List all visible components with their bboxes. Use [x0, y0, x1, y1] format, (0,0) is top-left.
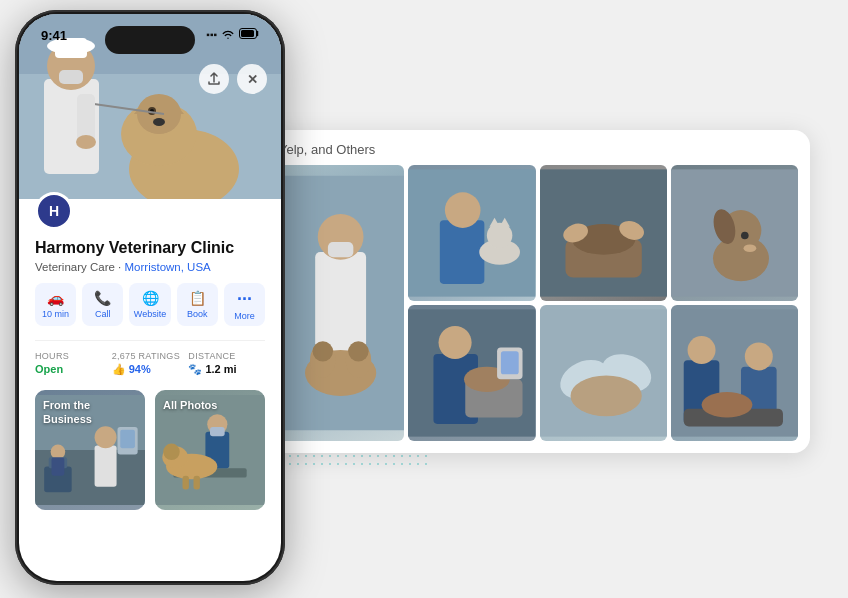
- svg-rect-80: [183, 476, 189, 490]
- photo-cell-5[interactable]: [408, 305, 535, 441]
- status-icons: ▪▪▪: [206, 28, 259, 41]
- svg-rect-67: [52, 457, 65, 475]
- svg-rect-53: [59, 70, 83, 84]
- svg-rect-68: [95, 445, 117, 486]
- svg-rect-10: [440, 220, 485, 284]
- photo-cards: From theBusiness: [19, 390, 281, 526]
- svg-point-59: [153, 118, 165, 126]
- svg-point-37: [570, 376, 641, 417]
- from-business-label: From theBusiness: [43, 398, 92, 427]
- car-icon: 🚗: [47, 290, 64, 306]
- call-label: Call: [95, 309, 111, 319]
- location-link[interactable]: Morristown, USA: [125, 261, 211, 273]
- svg-point-44: [701, 392, 752, 417]
- photo-grid-title: Yelp, and Others: [277, 142, 798, 157]
- distance-label: DISTANCE: [188, 351, 265, 361]
- signal-icon: ▪▪▪: [206, 29, 217, 40]
- call-button[interactable]: 📞 Call: [82, 283, 123, 326]
- hours-value: Open: [35, 363, 112, 375]
- photo-cell-6[interactable]: [540, 305, 667, 441]
- exam-illustration: [540, 165, 667, 301]
- hours-stat: HOURS Open: [35, 351, 112, 376]
- phone-icon: 📞: [94, 290, 111, 306]
- close-button[interactable]: ✕: [237, 64, 267, 94]
- photo-cell-4[interactable]: [671, 165, 798, 301]
- hero-overlay-buttons: ✕: [199, 64, 267, 94]
- ratings-stat: 2,675 RATINGS 👍 94%: [112, 351, 189, 376]
- directions-label: 10 min: [42, 309, 69, 319]
- ratings-count-label: 2,675 RATINGS: [112, 351, 189, 361]
- share-button[interactable]: [199, 64, 229, 94]
- svg-point-26: [743, 244, 756, 252]
- dynamic-island: [105, 26, 195, 54]
- website-label: Website: [134, 309, 166, 319]
- more-icon: ···: [237, 290, 252, 308]
- directions-button[interactable]: 🚗 10 min: [35, 283, 76, 326]
- phone-inner: 9:41 ▪▪▪: [19, 14, 281, 581]
- photo-grid-panel: Yelp, and Others: [265, 130, 810, 453]
- photo-grid: [277, 165, 798, 441]
- vet-dog-illustration: [277, 165, 404, 441]
- book-label: Book: [187, 309, 208, 319]
- from-business-card[interactable]: From theBusiness: [35, 390, 145, 510]
- treatment-illustration: [671, 305, 798, 441]
- photo-cell-3[interactable]: [540, 165, 667, 301]
- distance-stat: DISTANCE 🐾 1.2 mi: [188, 351, 265, 376]
- svg-rect-71: [120, 430, 135, 448]
- website-button[interactable]: 🌐 Website: [129, 283, 170, 326]
- biz-avatar: H: [35, 192, 73, 230]
- svg-point-13: [487, 223, 512, 248]
- vet-cat-illustration: [408, 165, 535, 301]
- svg-rect-33: [501, 351, 519, 374]
- distance-value: 🐾 1.2 mi: [188, 363, 265, 376]
- svg-rect-81: [194, 476, 200, 490]
- svg-point-7: [313, 341, 333, 361]
- wifi-icon: [222, 29, 234, 41]
- photo-cell-2[interactable]: [408, 165, 535, 301]
- svg-point-69: [95, 426, 117, 448]
- ratings-value: 👍 94%: [112, 363, 189, 376]
- svg-point-66: [51, 445, 66, 460]
- svg-point-8: [348, 341, 368, 361]
- biz-category: Veterinary Care · Morristown, USA: [35, 261, 265, 273]
- svg-rect-1: [315, 252, 366, 354]
- book-icon: 📋: [189, 290, 206, 306]
- svg-point-11: [445, 192, 481, 228]
- book-button[interactable]: 📋 Book: [177, 283, 218, 326]
- svg-point-29: [439, 326, 472, 359]
- svg-point-42: [745, 342, 773, 370]
- action-buttons: 🚗 10 min 📞 Call 🌐 Website 📋 Book ···: [35, 283, 265, 326]
- status-time: 9:41: [41, 28, 67, 43]
- battery-icon: [239, 28, 259, 41]
- phone-frame: 9:41 ▪▪▪: [15, 10, 285, 585]
- more-button[interactable]: ··· More: [224, 283, 265, 326]
- hours-label: HOURS: [35, 351, 112, 361]
- globe-icon: 🌐: [142, 290, 159, 306]
- svg-point-40: [687, 336, 715, 364]
- svg-rect-76: [210, 427, 225, 436]
- svg-point-79: [163, 444, 180, 461]
- photo-cell-1[interactable]: [277, 165, 404, 441]
- svg-rect-3: [328, 242, 353, 257]
- hands-illustration: [540, 305, 667, 441]
- stats-row: HOURS Open 2,675 RATINGS 👍 94% DISTANCE …: [35, 340, 265, 376]
- dog-sit-illustration: [671, 165, 798, 301]
- svg-rect-46: [241, 30, 254, 37]
- all-photos-label: All Photos: [163, 398, 217, 412]
- biz-info: H Harmony Veterinary Clinic Veterinary C…: [19, 199, 281, 376]
- photo-cell-7[interactable]: [671, 305, 798, 441]
- category-label: Veterinary Care: [35, 261, 115, 273]
- svg-point-61: [76, 135, 96, 149]
- more-label: More: [234, 311, 255, 321]
- svg-point-25: [741, 232, 749, 240]
- biz-name: Harmony Veterinary Clinic: [35, 238, 265, 258]
- all-photos-card[interactable]: All Photos: [155, 390, 265, 510]
- vet-examine-illustration: [408, 305, 535, 441]
